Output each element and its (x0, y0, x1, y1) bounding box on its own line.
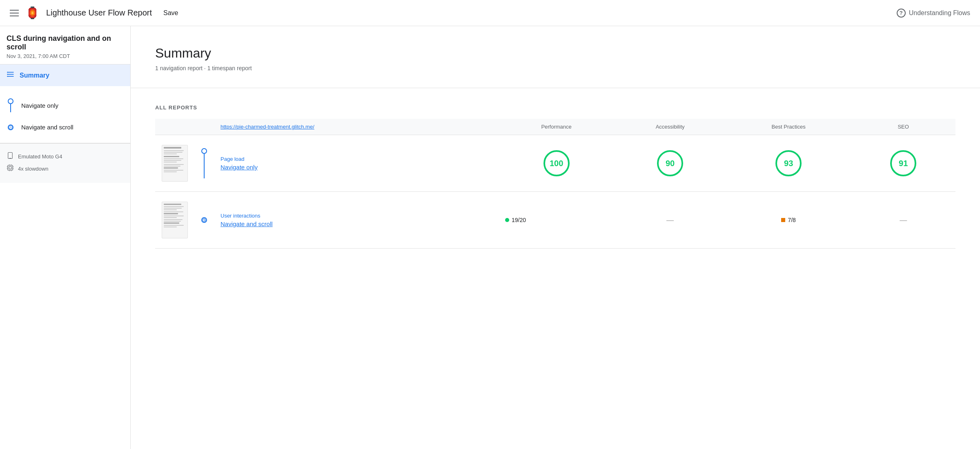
report-name-2[interactable]: Navigate and scroll (220, 220, 492, 227)
table-header: https://pie-charmed-treatment.glitch.me/… (155, 119, 956, 135)
tl-dot-1 (201, 148, 207, 154)
timeline-cell-1 (194, 135, 214, 192)
svg-rect-9 (8, 153, 13, 159)
summary-heading: Summary (155, 46, 956, 61)
nav-items-list: Navigate only Navigate and scroll (0, 93, 130, 136)
score-performance-2: 19/20 (499, 192, 614, 249)
report-title: CLS during navigation and on scroll (7, 34, 124, 51)
tl-container-2 (201, 217, 207, 223)
help-icon: ? (897, 9, 906, 18)
nav-dot-navigate-scroll (8, 124, 13, 130)
reports-section: ALL REPORTS https://pie-charmed-treatmen… (131, 88, 980, 265)
understanding-flows-label: Understanding Flows (909, 9, 970, 17)
device-item-slowdown: 4x slowdown (7, 162, 124, 175)
th-seo: SEO (851, 119, 956, 135)
info-cell-1: Page load Navigate only (214, 135, 499, 192)
summary-section: Summary 1 navigation report · 1 timespan… (131, 26, 980, 88)
svg-point-4 (7, 74, 8, 75)
device-label-phone: Emulated Moto G4 (18, 153, 62, 160)
thumbnail-navigate-only (155, 135, 194, 192)
thumb-content-2 (164, 204, 186, 228)
timeline-line-1 (10, 104, 11, 112)
tl-line-1 (204, 154, 205, 178)
device-label-slowdown: 4x slowdown (18, 166, 48, 172)
nav-item-navigate-scroll[interactable]: Navigate and scroll (7, 118, 124, 136)
sidebar-summary-label: Summary (20, 72, 49, 79)
sidebar-nav: Navigate only Navigate and scroll (0, 86, 130, 143)
sidebar-device-info: Emulated Moto G4 (0, 143, 130, 183)
thumbnail-navigate-scroll (155, 192, 194, 249)
ts-acc-dash: — (621, 216, 719, 224)
th-best-practices: Best Practices (726, 119, 851, 135)
score-circle-acc-1: 90 (657, 150, 683, 176)
svg-point-5 (7, 76, 8, 77)
summary-sub: 1 navigation report · 1 timespan report (155, 65, 956, 71)
sidebar-item-summary[interactable]: Summary (0, 64, 130, 86)
main-layout: CLS during navigation and on scroll Nov … (0, 26, 980, 449)
nav-item-navigate-only[interactable]: Navigate only (7, 93, 124, 118)
ts-dot-icon (505, 218, 509, 222)
thumb-content-1 (164, 147, 186, 173)
list-icon (7, 70, 15, 80)
nav-dot-navigate-only (8, 98, 13, 104)
th-url: https://pie-charmed-treatment.glitch.me/ (214, 119, 499, 135)
report-name-1[interactable]: Navigate only (220, 164, 492, 171)
understanding-flows-link[interactable]: ? Understanding Flows (897, 9, 970, 18)
th-thumb (155, 119, 194, 135)
cpu-icon (7, 164, 14, 173)
score-bestpractices-2: 7/8 (726, 192, 851, 249)
svg-line-8 (11, 127, 11, 128)
score-circle-bp-1: 93 (775, 150, 802, 176)
hamburger-menu[interactable] (10, 10, 19, 16)
score-bestpractices-1: 93 (726, 135, 851, 192)
url-link[interactable]: https://pie-charmed-treatment.glitch.me/ (220, 124, 314, 130)
report-type-1: Page load (220, 156, 492, 162)
score-accessibility-2: — (614, 192, 726, 249)
sidebar-report-info: CLS during navigation and on scroll Nov … (0, 26, 130, 64)
header-left: 🏮 Lighthouse User Flow Report Save (10, 6, 183, 20)
tl-container-1 (201, 148, 207, 178)
svg-rect-12 (9, 167, 11, 169)
th-accessibility: Accessibility (614, 119, 726, 135)
timeline-cell-2 (194, 192, 214, 249)
nav-label-navigate-scroll: Navigate and scroll (21, 124, 74, 131)
app-header: 🏮 Lighthouse User Flow Report Save ? Und… (0, 0, 980, 26)
ts-perf-value: 19/20 (512, 217, 526, 223)
info-cell-2: User interactions Navigate and scroll (214, 192, 499, 249)
ts-square-icon (781, 218, 785, 222)
ts-bp-value: 7/8 (788, 217, 795, 223)
score-seo-1: 91 (851, 135, 956, 192)
phone-icon (7, 152, 14, 161)
timespan-perf-score: 19/20 (505, 217, 608, 223)
th-performance: Performance (499, 119, 614, 135)
timeline-navigate-scroll (7, 124, 15, 130)
report-type-2: User interactions (220, 213, 492, 219)
app-title: Lighthouse User Flow Report (46, 8, 152, 18)
score-seo-2: — (851, 192, 956, 249)
score-circle-perf-1: 100 (543, 150, 570, 176)
thumb-image-1 (162, 145, 188, 182)
th-timeline (194, 119, 214, 135)
svg-rect-11 (8, 165, 13, 170)
ts-seo-dash: — (858, 216, 949, 224)
reports-table: https://pie-charmed-treatment.glitch.me/… (155, 119, 956, 249)
table-row: Page load Navigate only 100 90 93 (155, 135, 956, 192)
reports-label: ALL REPORTS (155, 104, 956, 111)
main-content: Summary 1 navigation report · 1 timespan… (131, 26, 980, 449)
sidebar: CLS during navigation and on scroll Nov … (0, 26, 131, 449)
svg-point-3 (7, 72, 8, 73)
save-button[interactable]: Save (158, 6, 183, 20)
nav-label-navigate-only: Navigate only (21, 102, 58, 109)
timespan-bp-score: 7/8 (733, 217, 844, 223)
table-row: User interactions Navigate and scroll 19… (155, 192, 956, 249)
report-date: Nov 3, 2021, 7:00 AM CDT (7, 53, 124, 59)
score-performance-1: 100 (499, 135, 614, 192)
timeline-navigate-only (7, 98, 15, 112)
score-circle-seo-1: 91 (890, 150, 916, 176)
device-item-phone: Emulated Moto G4 (7, 150, 124, 162)
score-accessibility-1: 90 (614, 135, 726, 192)
thumb-image-2 (162, 202, 188, 238)
tl-dot-clock-2 (201, 217, 207, 223)
lighthouse-logo: 🏮 (25, 6, 40, 20)
svg-line-23 (204, 220, 205, 220)
